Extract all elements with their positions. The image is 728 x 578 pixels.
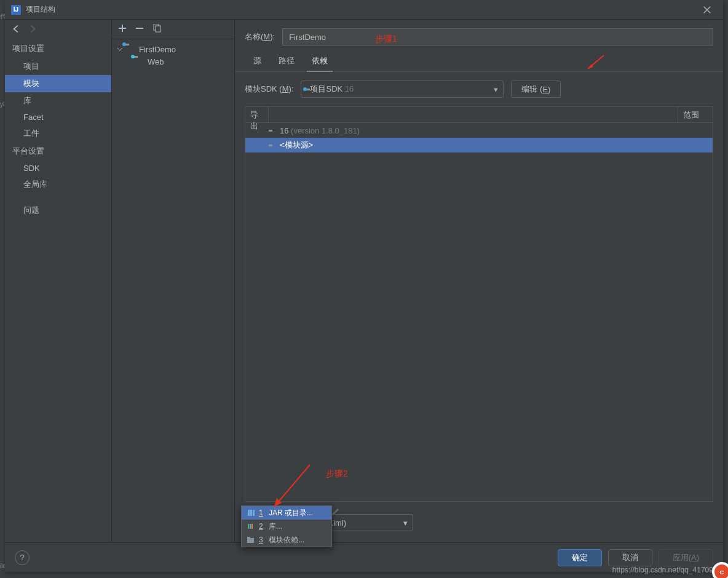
close-icon: [703, 6, 711, 14]
dropdown-icon: ▾: [494, 85, 498, 94]
copy-module-button[interactable]: [152, 24, 161, 35]
close-button[interactable]: [697, 0, 717, 20]
popup-item-jar[interactable]: 1 JAR 或目录...: [242, 506, 331, 520]
sdk-select[interactable]: 项目SDK 16 ▾: [301, 81, 504, 98]
dependency-row[interactable]: 16 (version 1.8.0_181): [245, 123, 713, 138]
popup-item-number: 1: [259, 509, 265, 517]
plus-icon: [118, 24, 127, 33]
sdk-row: 模块SDK (M): 项目SDK 16 ▾ 编辑 (E): [235, 72, 723, 106]
module-icon: [247, 536, 255, 544]
popup-item-label: 库...: [269, 521, 282, 532]
module-tabs: 源 路径 依赖: [235, 50, 723, 72]
name-input[interactable]: [282, 28, 713, 46]
column-export[interactable]: 导出: [245, 107, 269, 122]
ok-button[interactable]: 确定: [558, 549, 602, 566]
add-module-button[interactable]: [118, 24, 127, 35]
name-label: 名称(M):: [245, 31, 275, 42]
dependency-name: 16 (version 1.8.0_181): [280, 126, 710, 135]
name-row: 名称(M):: [235, 20, 723, 50]
sidebar-item-sdk[interactable]: SDK: [5, 160, 111, 176]
sdk-label: 模块SDK (M):: [245, 84, 293, 95]
tree-toolbar: [112, 20, 234, 39]
sidebar: 项目设置 项目 模块 库 Facet 工件 平台设置 SDK 全局库 问题: [5, 20, 112, 542]
module-icon: [125, 44, 135, 54]
arrow-left-icon: [11, 23, 22, 34]
sidebar-item-problems[interactable]: 问题: [5, 202, 111, 219]
help-button[interactable]: ?: [15, 550, 30, 565]
sidebar-item-global-libraries[interactable]: 全局库: [5, 176, 111, 193]
column-name[interactable]: [269, 107, 678, 122]
annotation-step1: 步骤1: [375, 34, 397, 45]
minus-icon: [135, 24, 144, 33]
dependencies-table: 导出 范围 16 (version 1.8.0_181): [245, 106, 713, 502]
sidebar-section-platform: 平台设置: [5, 142, 111, 160]
dialog-body: 项目设置 项目 模块 库 Facet 工件 平台设置 SDK 全局库 问题: [5, 20, 723, 542]
copy-icon: [152, 24, 161, 33]
csdn-badge-icon: C: [705, 555, 728, 578]
arrow-right-icon: [27, 23, 38, 34]
web-facet-icon: [134, 57, 144, 66]
module-tree[interactable]: FirstDemo Web: [112, 39, 234, 71]
sidebar-item-facet[interactable]: Facet: [5, 109, 111, 125]
jar-icon: [247, 509, 255, 517]
popup-item-number: 3: [259, 536, 265, 544]
intellij-logo-icon: IJ: [11, 5, 21, 15]
svg-rect-3: [250, 510, 252, 516]
popup-item-label: 模块依赖...: [269, 535, 304, 545]
tree-row-label: FirstDemo: [139, 45, 176, 54]
annotation-step2: 步骤2: [326, 469, 348, 480]
tab-sources[interactable]: 源: [245, 50, 270, 71]
svg-rect-5: [248, 524, 249, 529]
tab-dependencies[interactable]: 依赖: [303, 50, 336, 71]
remove-module-button[interactable]: [135, 24, 144, 35]
svg-rect-7: [251, 524, 253, 529]
nav-forward-button[interactable]: [27, 23, 38, 36]
svg-rect-1: [156, 26, 160, 32]
sdk-select-value: 项目SDK 16: [310, 84, 354, 95]
dependency-row[interactable]: <模块源>: [245, 138, 713, 152]
popup-item-label: JAR 或目录...: [269, 508, 313, 518]
svg-rect-2: [248, 510, 250, 516]
popup-item-number: 2: [259, 522, 265, 531]
svg-rect-9: [247, 537, 250, 538]
nav-back-button[interactable]: [11, 23, 22, 36]
dependencies-table-header: 导出 范围: [245, 107, 713, 123]
svg-rect-6: [250, 524, 251, 529]
sidebar-item-libraries[interactable]: 库: [5, 92, 111, 109]
svg-text:C: C: [720, 569, 724, 576]
nav-arrows: [5, 20, 111, 39]
module-tree-pane: FirstDemo Web: [112, 20, 235, 542]
svg-rect-4: [253, 510, 255, 516]
sidebar-item-modules[interactable]: 模块: [5, 75, 111, 92]
library-icon: [247, 522, 255, 531]
dropdown-icon: ▾: [403, 518, 408, 528]
titlebar[interactable]: IJ 项目结构: [5, 0, 723, 20]
tab-paths[interactable]: 路径: [270, 50, 303, 71]
popup-item-library[interactable]: 2 库...: [242, 520, 331, 533]
sidebar-section-project: 项目设置: [5, 39, 111, 58]
sidebar-item-project[interactable]: 项目: [5, 58, 111, 75]
cancel-button[interactable]: 取消: [608, 549, 652, 566]
dependency-name: <模块源>: [280, 140, 710, 151]
project-structure-dialog: IJ 项目结构 项目设置 项目 模块 库 Facet 工件 平台设置 SDK: [5, 0, 723, 572]
tree-row-web[interactable]: Web: [114, 55, 232, 68]
popup-item-module-dependency[interactable]: 3 模块依赖...: [242, 533, 331, 547]
sidebar-item-artifacts[interactable]: 工件: [5, 125, 111, 142]
dependencies-table-body[interactable]: 16 (version 1.8.0_181) <模块源>: [245, 123, 713, 501]
add-dependency-popup[interactable]: 1 JAR 或目录... 2 库... 3 模块依赖...: [241, 505, 332, 547]
tree-row-root[interactable]: FirstDemo: [114, 43, 232, 55]
module-content: 名称(M): 源 路径 依赖 模块SDK (M): 项目SD: [235, 20, 723, 542]
edit-sdk-button[interactable]: 编辑 (E): [511, 81, 561, 98]
background-edge: 代 yl ile: [0, 0, 5, 578]
column-scope[interactable]: 范围: [678, 107, 713, 122]
svg-rect-8: [247, 538, 254, 543]
annotation-arrow-1-icon: [585, 53, 606, 71]
window-title: 项目结构: [26, 4, 697, 15]
tree-row-label: Web: [148, 57, 164, 66]
